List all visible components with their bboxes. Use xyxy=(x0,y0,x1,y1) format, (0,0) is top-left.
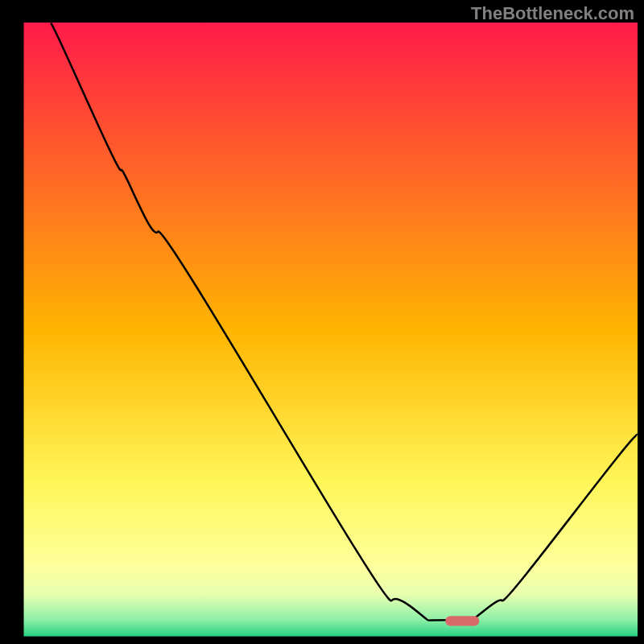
bottleneck-chart xyxy=(0,0,644,644)
optimal-marker xyxy=(445,616,479,625)
gradient-background xyxy=(23,23,638,638)
watermark-label: TheBottleneck.com xyxy=(471,3,634,24)
